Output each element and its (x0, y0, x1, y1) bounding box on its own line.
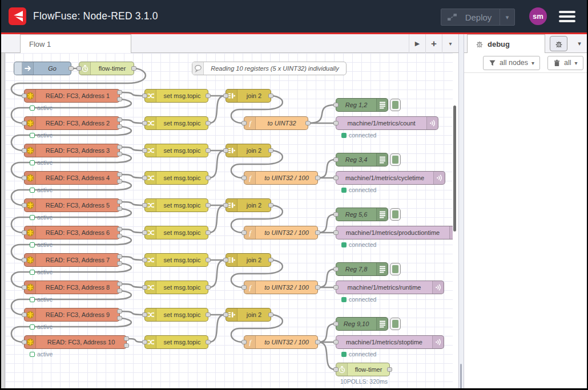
input-port[interactable] (22, 230, 27, 235)
input-port[interactable] (241, 121, 247, 125)
input-port[interactable] (241, 285, 247, 290)
node-j3[interactable]: join 2 (225, 198, 271, 212)
node-r8[interactable]: READ: FC3, Address 8 (24, 281, 120, 294)
input-port[interactable] (241, 230, 247, 235)
output-port[interactable] (268, 148, 273, 153)
input-port[interactable] (142, 203, 147, 208)
input-port[interactable] (333, 157, 339, 162)
output-port[interactable] (206, 312, 211, 317)
output-port[interactable] (124, 336, 129, 341)
node-f1[interactable]: fto UINT32 (244, 116, 308, 130)
input-port[interactable] (142, 312, 147, 317)
node-j5[interactable]: join 2 (225, 308, 271, 322)
input-port[interactable] (142, 94, 147, 98)
wire[interactable] (120, 92, 144, 96)
input-port[interactable] (223, 148, 228, 153)
node-r7[interactable]: READ: FC3, Address 7 (24, 253, 120, 267)
output-port[interactable] (117, 145, 122, 149)
wire[interactable] (127, 339, 144, 342)
node-r10[interactable]: READ: FC3, Address 10 (24, 335, 127, 349)
input-port[interactable] (333, 103, 339, 107)
input-port[interactable] (223, 312, 228, 317)
node-d5[interactable]: Reg 9,10 (336, 317, 388, 331)
output-port[interactable] (117, 234, 122, 238)
output-port[interactable] (206, 203, 211, 208)
node-f2[interactable]: fto UINT32 / 100 (244, 171, 318, 185)
output-port[interactable] (315, 285, 320, 290)
node-j2[interactable]: join 2 (225, 144, 271, 157)
output-port[interactable] (268, 203, 273, 208)
input-port[interactable] (241, 340, 247, 344)
node-d4[interactable]: Reg 7,8 (336, 262, 388, 276)
wire[interactable] (120, 147, 144, 151)
node-m2[interactable]: machine/1/metrics/cycletime (336, 171, 445, 185)
input-port[interactable] (142, 230, 147, 235)
output-port[interactable] (117, 90, 122, 95)
output-port[interactable] (268, 312, 273, 317)
tab-debug[interactable]: debug (467, 34, 545, 53)
input-port[interactable] (142, 121, 147, 125)
output-port[interactable] (131, 66, 136, 71)
flow-list-caret[interactable]: ▾ (442, 34, 458, 53)
output-port[interactable] (124, 343, 129, 348)
output-port[interactable] (206, 94, 211, 98)
wire[interactable] (120, 229, 144, 233)
wire[interactable] (319, 342, 335, 369)
output-port[interactable] (206, 148, 211, 153)
input-port[interactable] (333, 212, 339, 217)
inject-trigger-button[interactable] (14, 62, 22, 75)
canvas-vertical-scrollbar[interactable] (453, 105, 456, 231)
output-port[interactable] (117, 117, 122, 122)
input-port[interactable] (223, 203, 228, 208)
wire[interactable] (209, 96, 225, 123)
node-f4[interactable]: fto UINT32 / 100 (244, 281, 318, 294)
node-s1[interactable]: set msg.topic (144, 89, 208, 103)
node-s10[interactable]: set msg.topic (144, 335, 208, 349)
output-port[interactable] (206, 176, 211, 180)
debug-filter-button[interactable]: all nodes ▾ (483, 56, 540, 70)
input-port[interactable] (333, 367, 339, 372)
input-port[interactable] (22, 203, 27, 208)
output-port[interactable] (117, 289, 122, 293)
node-r3[interactable]: READ: FC3, Address 3 (24, 144, 120, 157)
wire[interactable] (209, 205, 225, 233)
output-port[interactable] (315, 230, 320, 235)
debug-toggle-button[interactable] (390, 208, 401, 221)
node-d3[interactable]: Reg 5,6 (336, 208, 388, 221)
node-ft_bot[interactable]: flow-timer (336, 363, 390, 376)
input-port[interactable] (142, 340, 147, 344)
debug-toggle-button[interactable] (390, 263, 401, 275)
output-port[interactable] (268, 258, 273, 262)
wire[interactable] (319, 324, 335, 342)
input-port[interactable] (76, 66, 82, 71)
wire[interactable] (319, 214, 335, 233)
input-port[interactable] (142, 258, 147, 262)
wire[interactable] (120, 202, 144, 205)
input-port[interactable] (22, 148, 27, 153)
output-port[interactable] (117, 309, 122, 314)
input-port[interactable] (241, 176, 247, 180)
user-avatar[interactable]: sm (529, 7, 547, 25)
output-port[interactable] (268, 94, 273, 98)
add-flow-button[interactable]: + (425, 34, 442, 53)
wire[interactable] (120, 120, 144, 123)
wire[interactable] (309, 105, 335, 123)
node-s7[interactable]: set msg.topic (144, 253, 208, 267)
node-s4[interactable]: set msg.topic (144, 171, 208, 185)
node-f5[interactable]: fto UINT32 / 100 (244, 335, 318, 349)
input-port[interactable] (22, 258, 27, 262)
input-port[interactable] (22, 285, 27, 290)
input-port[interactable] (142, 176, 147, 180)
node-r5[interactable]: READ: FC3, Address 5 (24, 198, 120, 212)
node-s6[interactable]: set msg.topic (144, 226, 208, 239)
output-port[interactable] (117, 97, 122, 101)
debug-toggle-button[interactable] (390, 153, 401, 166)
collapsed-palette-strip[interactable] (1, 53, 5, 388)
node-note[interactable]: Reading 10 registers (5 x UINT32) indivi… (192, 62, 347, 75)
node-ft_top[interactable]: flow-timer (79, 62, 134, 75)
node-m1[interactable]: machine/1/metrics/count (336, 116, 438, 130)
node-s5[interactable]: set msg.topic (144, 198, 208, 212)
node-r9[interactable]: READ: FC3, Address 9 (24, 308, 120, 322)
input-port[interactable] (223, 258, 228, 262)
node-j4[interactable]: join 2 (225, 253, 271, 267)
